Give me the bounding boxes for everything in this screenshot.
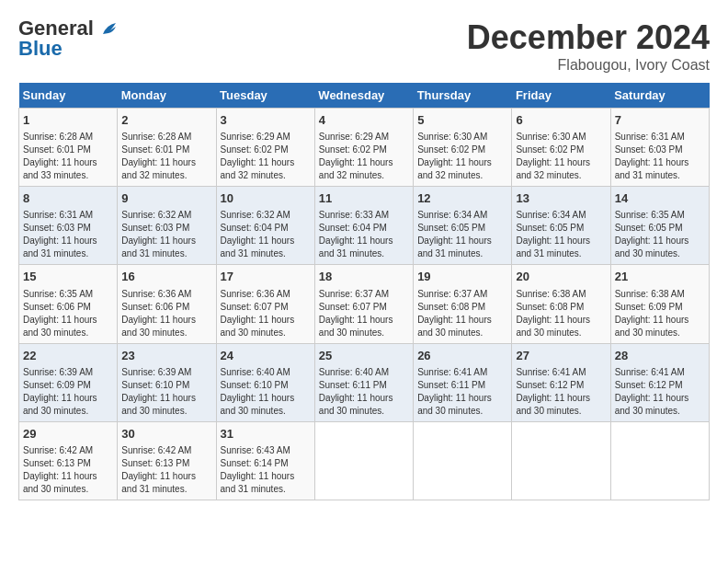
calendar-cell: 17Sunrise: 6:36 AMSunset: 6:07 PMDayligh… xyxy=(216,265,314,343)
day-number: 14 xyxy=(615,190,705,207)
day-number: 26 xyxy=(417,348,507,364)
day-number: 19 xyxy=(417,269,507,285)
calendar-cell: 1Sunrise: 6:28 AMSunset: 6:01 PMDaylight… xyxy=(19,109,118,187)
day-content: Sunrise: 6:41 AMSunset: 6:12 PMDaylight:… xyxy=(516,366,606,418)
day-content: Sunrise: 6:37 AMSunset: 6:07 PMDaylight:… xyxy=(319,288,409,339)
day-content: Sunrise: 6:32 AMSunset: 6:03 PMDaylight:… xyxy=(121,209,211,260)
day-number: 16 xyxy=(121,269,211,285)
header-wednesday: Wednesday xyxy=(314,83,413,109)
header-tuesday: Tuesday xyxy=(216,83,314,109)
day-number: 1 xyxy=(23,112,113,129)
calendar-cell: 25Sunrise: 6:40 AMSunset: 6:11 PMDayligh… xyxy=(314,343,413,421)
calendar-cell: 15Sunrise: 6:35 AMSunset: 6:06 PMDayligh… xyxy=(19,265,118,343)
day-number: 21 xyxy=(615,269,705,285)
calendar-week-3: 15Sunrise: 6:35 AMSunset: 6:06 PMDayligh… xyxy=(19,265,710,343)
day-number: 17 xyxy=(221,269,311,285)
day-number: 9 xyxy=(121,190,211,207)
header-saturday: Saturday xyxy=(610,83,709,109)
day-content: Sunrise: 6:42 AMSunset: 6:13 PMDaylight:… xyxy=(23,444,113,496)
calendar-week-2: 8Sunrise: 6:31 AMSunset: 6:03 PMDaylight… xyxy=(19,187,710,265)
day-number: 3 xyxy=(221,112,311,129)
header-friday: Friday xyxy=(512,83,610,109)
calendar-cell: 22Sunrise: 6:39 AMSunset: 6:09 PMDayligh… xyxy=(19,343,118,421)
calendar-cell: 8Sunrise: 6:31 AMSunset: 6:03 PMDaylight… xyxy=(19,187,118,265)
day-content: Sunrise: 6:41 AMSunset: 6:11 PMDaylight:… xyxy=(417,366,507,418)
calendar-cell xyxy=(414,421,512,500)
day-content: Sunrise: 6:30 AMSunset: 6:02 PMDaylight:… xyxy=(516,131,606,182)
logo-bird-icon xyxy=(101,21,118,38)
day-number: 30 xyxy=(121,426,211,442)
calendar-cell: 6Sunrise: 6:30 AMSunset: 6:02 PMDaylight… xyxy=(512,109,610,187)
calendar-cell: 12Sunrise: 6:34 AMSunset: 6:05 PMDayligh… xyxy=(414,187,512,265)
header-sunday: Sunday xyxy=(19,83,118,109)
calendar-cell: 13Sunrise: 6:34 AMSunset: 6:05 PMDayligh… xyxy=(512,187,610,265)
calendar-cell: 11Sunrise: 6:33 AMSunset: 6:04 PMDayligh… xyxy=(314,187,413,265)
day-number: 12 xyxy=(417,190,507,207)
day-number: 22 xyxy=(23,348,113,364)
calendar-cell: 2Sunrise: 6:28 AMSunset: 6:01 PMDaylight… xyxy=(118,109,216,187)
logo: General Blue xyxy=(18,18,118,59)
location: Flabougou, Ivory Coast xyxy=(467,57,710,74)
calendar-header-row: SundayMondayTuesdayWednesdayThursdayFrid… xyxy=(19,83,710,109)
day-content: Sunrise: 6:43 AMSunset: 6:14 PMDaylight:… xyxy=(221,444,311,496)
page-header: General Blue December 2024 Flabougou, Iv… xyxy=(18,18,710,74)
calendar-cell: 5Sunrise: 6:30 AMSunset: 6:02 PMDaylight… xyxy=(414,109,512,187)
day-content: Sunrise: 6:33 AMSunset: 6:04 PMDaylight:… xyxy=(319,209,409,260)
day-number: 5 xyxy=(417,112,507,129)
day-number: 18 xyxy=(319,269,409,285)
day-content: Sunrise: 6:42 AMSunset: 6:13 PMDaylight:… xyxy=(121,444,211,496)
calendar-cell: 4Sunrise: 6:29 AMSunset: 6:02 PMDaylight… xyxy=(314,109,413,187)
title-area: December 2024 Flabougou, Ivory Coast xyxy=(467,18,710,74)
day-content: Sunrise: 6:39 AMSunset: 6:10 PMDaylight:… xyxy=(121,366,211,418)
day-content: Sunrise: 6:35 AMSunset: 6:05 PMDaylight:… xyxy=(615,209,705,260)
day-content: Sunrise: 6:37 AMSunset: 6:08 PMDaylight:… xyxy=(417,288,507,339)
month-title: December 2024 xyxy=(467,18,710,57)
day-content: Sunrise: 6:35 AMSunset: 6:06 PMDaylight:… xyxy=(23,288,113,339)
calendar-cell: 28Sunrise: 6:41 AMSunset: 6:12 PMDayligh… xyxy=(610,343,709,421)
day-content: Sunrise: 6:38 AMSunset: 6:08 PMDaylight:… xyxy=(516,288,606,339)
calendar-cell: 27Sunrise: 6:41 AMSunset: 6:12 PMDayligh… xyxy=(512,343,610,421)
calendar-cell xyxy=(512,421,610,500)
calendar-cell: 14Sunrise: 6:35 AMSunset: 6:05 PMDayligh… xyxy=(610,187,709,265)
day-number: 10 xyxy=(221,190,311,207)
calendar-cell xyxy=(610,421,709,500)
calendar-cell: 30Sunrise: 6:42 AMSunset: 6:13 PMDayligh… xyxy=(118,421,216,500)
calendar-table: SundayMondayTuesdayWednesdayThursdayFrid… xyxy=(18,83,710,500)
day-number: 25 xyxy=(319,348,409,364)
calendar-cell: 3Sunrise: 6:29 AMSunset: 6:02 PMDaylight… xyxy=(216,109,314,187)
day-content: Sunrise: 6:38 AMSunset: 6:09 PMDaylight:… xyxy=(615,288,705,339)
calendar-cell: 7Sunrise: 6:31 AMSunset: 6:03 PMDaylight… xyxy=(610,109,709,187)
calendar-cell: 9Sunrise: 6:32 AMSunset: 6:03 PMDaylight… xyxy=(118,187,216,265)
day-number: 11 xyxy=(319,190,409,207)
day-number: 20 xyxy=(516,269,606,285)
day-content: Sunrise: 6:34 AMSunset: 6:05 PMDaylight:… xyxy=(417,209,507,260)
header-thursday: Thursday xyxy=(414,83,512,109)
day-content: Sunrise: 6:36 AMSunset: 6:06 PMDaylight:… xyxy=(121,288,211,339)
day-number: 15 xyxy=(23,269,113,285)
calendar-cell: 31Sunrise: 6:43 AMSunset: 6:14 PMDayligh… xyxy=(216,421,314,500)
day-content: Sunrise: 6:34 AMSunset: 6:05 PMDaylight:… xyxy=(516,209,606,260)
calendar-week-1: 1Sunrise: 6:28 AMSunset: 6:01 PMDaylight… xyxy=(19,109,710,187)
day-content: Sunrise: 6:28 AMSunset: 6:01 PMDaylight:… xyxy=(121,131,211,182)
day-number: 13 xyxy=(516,190,606,207)
day-content: Sunrise: 6:40 AMSunset: 6:11 PMDaylight:… xyxy=(319,366,409,418)
header-monday: Monday xyxy=(118,83,216,109)
day-number: 7 xyxy=(615,112,705,129)
day-number: 8 xyxy=(23,190,113,207)
day-content: Sunrise: 6:32 AMSunset: 6:04 PMDaylight:… xyxy=(221,209,311,260)
day-content: Sunrise: 6:41 AMSunset: 6:12 PMDaylight:… xyxy=(615,366,705,418)
calendar-cell: 24Sunrise: 6:40 AMSunset: 6:10 PMDayligh… xyxy=(216,343,314,421)
calendar-cell: 29Sunrise: 6:42 AMSunset: 6:13 PMDayligh… xyxy=(19,421,118,500)
calendar-cell: 18Sunrise: 6:37 AMSunset: 6:07 PMDayligh… xyxy=(314,265,413,343)
logo-blue: Blue xyxy=(18,39,63,59)
day-content: Sunrise: 6:29 AMSunset: 6:02 PMDaylight:… xyxy=(221,131,311,182)
day-number: 27 xyxy=(516,348,606,364)
calendar-cell: 16Sunrise: 6:36 AMSunset: 6:06 PMDayligh… xyxy=(118,265,216,343)
calendar-cell: 10Sunrise: 6:32 AMSunset: 6:04 PMDayligh… xyxy=(216,187,314,265)
day-number: 23 xyxy=(121,348,211,364)
day-content: Sunrise: 6:30 AMSunset: 6:02 PMDaylight:… xyxy=(417,131,507,182)
day-content: Sunrise: 6:36 AMSunset: 6:07 PMDaylight:… xyxy=(221,288,311,339)
calendar-cell: 19Sunrise: 6:37 AMSunset: 6:08 PMDayligh… xyxy=(414,265,512,343)
calendar-cell xyxy=(314,421,413,500)
day-number: 6 xyxy=(516,112,606,129)
